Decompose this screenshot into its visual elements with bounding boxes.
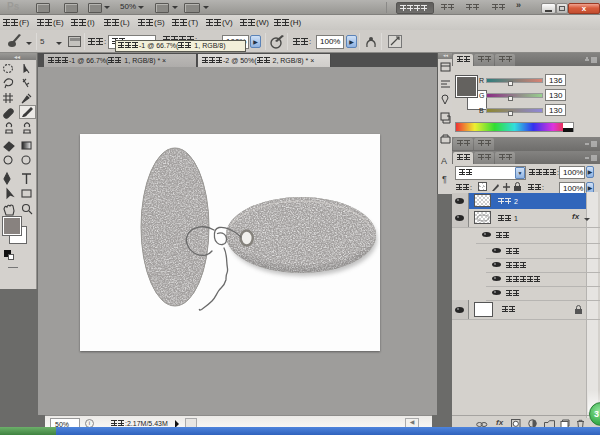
svg-text:A: A (441, 156, 447, 166)
svg-text:¶: ¶ (442, 174, 447, 184)
